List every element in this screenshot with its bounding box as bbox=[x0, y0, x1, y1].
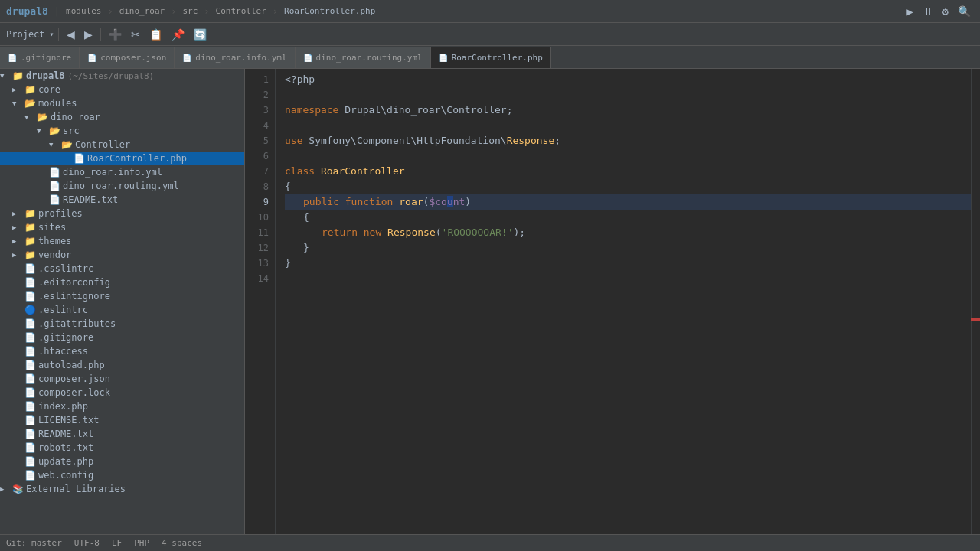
code-line-1: <?php bbox=[285, 72, 980, 87]
tree-item-profiles[interactable]: ▶ 📁 profiles bbox=[0, 207, 244, 220]
tree-roar-label: RoarController.php bbox=[87, 153, 187, 164]
tree-src-arrow: ▼ bbox=[37, 127, 49, 135]
tree-item-themes[interactable]: ▶ 📁 themes bbox=[0, 234, 244, 248]
tree-root-label: drupal8 bbox=[26, 70, 65, 81]
tree-item-sites[interactable]: ▶ 📁 sites bbox=[0, 220, 244, 234]
tree-core-label: core bbox=[38, 84, 60, 95]
tree-composer-json-label: composer.json bbox=[38, 373, 110, 384]
tree-gitattributes-icon: 📄 bbox=[24, 318, 38, 329]
tab-icon-dino-routing: 📄 bbox=[303, 54, 312, 62]
tab-icon-dino-info: 📄 bbox=[182, 54, 191, 62]
run-button[interactable]: ▶ bbox=[903, 4, 916, 19]
tree-item-index-php[interactable]: ▶ 📄 index.php bbox=[0, 399, 244, 413]
tree-item-editorconfig[interactable]: ▶ 📄 .editorconfig bbox=[0, 276, 244, 289]
tree-item-composer-lock[interactable]: ▶ 📄 composer.lock bbox=[0, 386, 244, 399]
code-line-3: namespace Drupal\dino_roar\Controller; bbox=[285, 103, 980, 118]
bc-sep1: › bbox=[107, 6, 113, 17]
tree-item-gitattributes[interactable]: ▶ 📄 .gitattributes bbox=[0, 317, 244, 331]
tree-item-core[interactable]: ▶ 📁 core bbox=[0, 83, 244, 96]
tree-readme-root-label: README.txt bbox=[38, 429, 93, 439]
toolbar: Project ▾ ◀ ▶ ➕ ✂ 📋 📌 🔄 bbox=[0, 23, 980, 46]
code-line-13: } bbox=[285, 256, 980, 271]
tree-composer-json-icon: 📄 bbox=[24, 373, 38, 384]
tab-icon-roar: 📄 bbox=[439, 54, 448, 62]
tree-item-roar-controller[interactable]: ▶ 📄 RoarController.php bbox=[0, 152, 244, 165]
tree-profiles-icon: 📁 bbox=[24, 208, 38, 219]
tree-readme-dino-icon: 📄 bbox=[49, 194, 63, 205]
tab-dino-info[interactable]: 📄 dino_roar.info.yml bbox=[175, 47, 295, 68]
bc-sep3: › bbox=[204, 6, 209, 17]
tree-extlibs-arrow: ▶ bbox=[0, 485, 12, 493]
tab-label-dino-routing: dino_roar.routing.yml bbox=[316, 53, 423, 63]
tab-label-gitignore: .gitignore bbox=[21, 53, 71, 63]
file-tree[interactable]: ▼ 📁 drupal8 (~/Sites/drupal8) ▶ 📁 core ▼… bbox=[0, 69, 245, 534]
tree-item-license[interactable]: ▶ 📄 LICENSE.txt bbox=[0, 413, 244, 427]
forward-button[interactable]: ▶ bbox=[80, 26, 96, 43]
add-button[interactable]: ➕ bbox=[105, 26, 126, 43]
tab-dino-routing[interactable]: 📄 dino_roar.routing.yml bbox=[296, 47, 431, 68]
tree-item-eslintignore[interactable]: ▶ 📄 .eslintignore bbox=[0, 289, 244, 303]
tree-update-label: update.php bbox=[38, 456, 93, 467]
tree-item-composer-json[interactable]: ▶ 📄 composer.json bbox=[0, 372, 244, 386]
tree-extlibs-label: External Libraries bbox=[26, 484, 126, 494]
tree-root[interactable]: ▼ 📁 drupal8 (~/Sites/drupal8) bbox=[0, 69, 244, 83]
tree-composer-lock-icon: 📄 bbox=[24, 387, 38, 398]
tree-item-readme-dino[interactable]: ▶ 📄 README.txt bbox=[0, 193, 244, 207]
tab-roar-controller[interactable]: 📄 RoarController.php bbox=[431, 47, 551, 68]
tree-item-src[interactable]: ▼ 📂 src bbox=[0, 124, 244, 138]
status-language: PHP bbox=[134, 538, 149, 548]
status-bar: Git: master UTF-8 LF PHP 4 spaces bbox=[0, 534, 980, 551]
tree-modules-label: modules bbox=[38, 98, 77, 109]
tree-routing-icon: 📄 bbox=[49, 181, 63, 191]
tree-vendor-label: vendor bbox=[38, 249, 71, 260]
tree-item-readme-root[interactable]: ▶ 📄 README.txt bbox=[0, 427, 244, 441]
line-num-1: 1 bbox=[248, 72, 269, 87]
settings-button[interactable]: ⚙ bbox=[939, 4, 952, 19]
tree-item-controller[interactable]: ▼ 📂 Controller bbox=[0, 138, 244, 152]
tree-item-dino-roar[interactable]: ▼ 📂 dino_roar bbox=[0, 110, 244, 124]
tree-license-label: LICENSE.txt bbox=[38, 415, 99, 425]
tree-info-icon: 📄 bbox=[49, 167, 63, 178]
breadcrumb-separator: | bbox=[54, 6, 60, 17]
tree-item-vendor[interactable]: ▶ 📁 vendor bbox=[0, 248, 244, 262]
tree-item-autoload[interactable]: ▶ 📄 autoload.php bbox=[0, 358, 244, 372]
tab-composer-json[interactable]: 📄 composer.json bbox=[80, 47, 175, 68]
search-icon[interactable]: 🔍 bbox=[955, 4, 974, 19]
editor-area[interactable]: 1 2 3 4 5 6 7 8 9 10 11 12 13 14 <?php bbox=[245, 69, 980, 534]
tree-themes-label: themes bbox=[38, 236, 71, 246]
project-dropdown-arrow[interactable]: ▾ bbox=[50, 30, 54, 38]
debug-button[interactable]: ⏸ bbox=[920, 4, 936, 19]
pin-button[interactable]: 📌 bbox=[168, 26, 188, 43]
refresh-button[interactable]: 🔄 bbox=[190, 26, 211, 43]
tree-item-modules[interactable]: ▼ 📂 modules bbox=[0, 96, 244, 110]
tree-item-robots[interactable]: ▶ 📄 robots.txt bbox=[0, 441, 244, 455]
back-button[interactable]: ◀ bbox=[63, 26, 79, 43]
tree-item-webconfig[interactable]: ▶ 📄 web.config bbox=[0, 468, 244, 482]
cut-button[interactable]: ✂ bbox=[127, 26, 144, 43]
tree-item-update[interactable]: ▶ 📄 update.php bbox=[0, 455, 244, 468]
tree-ctrl-label: Controller bbox=[75, 139, 130, 150]
code-area[interactable]: <?php namespace Drupal\dino_roar\Control… bbox=[276, 69, 980, 534]
code-line-9: public function roar($count) bbox=[285, 194, 980, 210]
tree-vendor-arrow: ▶ bbox=[12, 251, 24, 259]
breadcrumb-dino: dino_roar bbox=[119, 6, 165, 16]
tree-item-routing-yml[interactable]: ▶ 📄 dino_roar.routing.yml bbox=[0, 179, 244, 193]
tree-item-eslintrc[interactable]: ▶ 🔵 .eslintrc bbox=[0, 303, 244, 317]
tree-info-label: dino_roar.info.yml bbox=[63, 167, 162, 178]
tree-ctrl-arrow: ▼ bbox=[49, 141, 61, 148]
tree-csslintrc-icon: 📄 bbox=[24, 263, 38, 274]
code-line-11: return new Response('ROOOOOOAR!'); bbox=[285, 225, 980, 240]
tab-label-composer: composer.json bbox=[100, 53, 166, 63]
tree-item-info-yml[interactable]: ▶ 📄 dino_roar.info.yml bbox=[0, 165, 244, 179]
tree-src-icon: 📂 bbox=[49, 126, 63, 136]
tree-item-htaccess[interactable]: ▶ 📄 .htaccess bbox=[0, 344, 244, 358]
tab-gitignore[interactable]: 📄 .gitignore bbox=[0, 47, 80, 68]
tree-item-ext-libs[interactable]: ▶ 📚 External Libraries bbox=[0, 482, 244, 496]
title-bar: drupal8 | modules › dino_roar › src › Co… bbox=[0, 0, 980, 23]
tree-item-gitignore[interactable]: ▶ 📄 .gitignore bbox=[0, 331, 244, 344]
copy-button[interactable]: 📋 bbox=[145, 26, 166, 43]
cursor: u bbox=[447, 196, 453, 207]
tree-themes-arrow: ▶ bbox=[12, 237, 24, 245]
code-line-14 bbox=[285, 271, 980, 286]
tree-item-csslintrc[interactable]: ▶ 📄 .csslintrc bbox=[0, 262, 244, 276]
